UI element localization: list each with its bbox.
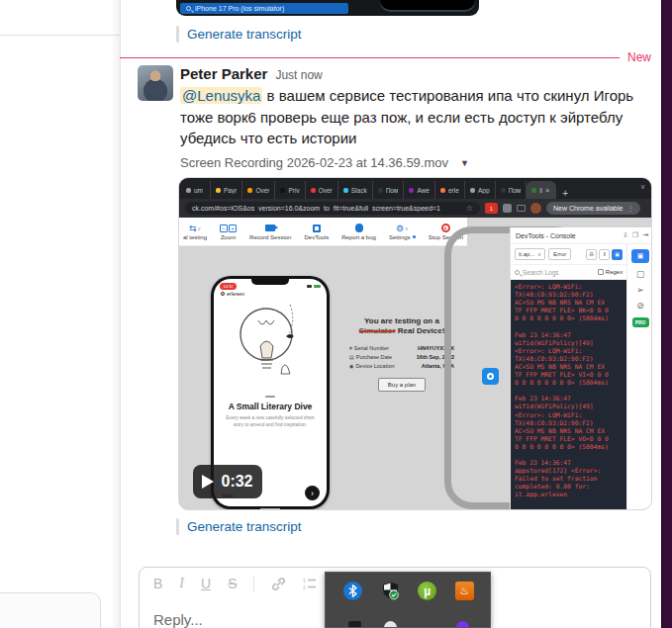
browser-tab[interactable]: App — [465, 181, 496, 199]
toolbar-label: al testing — [183, 234, 207, 240]
log-level-button[interactable]: Error — [548, 248, 571, 260]
strikethrough-button[interactable]: S — [228, 576, 237, 591]
underline-button[interactable]: U — [201, 576, 211, 591]
console-search-row: Search Logs Regex — [511, 264, 626, 280]
dock-window-icon[interactable]: ❐ — [632, 231, 638, 239]
toolbar-settings-button[interactable]: ⚙∨Settings — [389, 224, 416, 240]
regex-toggle[interactable]: Regex — [598, 269, 623, 275]
regex-checkbox[interactable] — [598, 269, 604, 275]
floating-debug-button[interactable] — [482, 368, 499, 385]
italic-button[interactable]: I — [179, 576, 184, 591]
ordered-list-icon[interactable]: 12 — [303, 577, 317, 590]
next-button[interactable]: › — [305, 486, 320, 500]
browser-tab[interactable]: Awe — [404, 181, 435, 199]
log-source-dropdown[interactable]: it.ap...∨ — [515, 248, 545, 260]
window-edge — [661, 0, 672, 628]
promo-headline-2-rest: Real Device! — [396, 326, 445, 335]
channel-divider-line — [0, 35, 120, 36]
browser-tab[interactable]: Over — [242, 181, 275, 199]
extensions-puzzle-icon[interactable] — [503, 204, 512, 213]
download-tray-icon[interactable] — [517, 205, 526, 212]
previous-video-thumbnail[interactable]: iPhone 17 Pro (ios simulator) — [176, 0, 479, 16]
real-device-promo: You are testing on a Simulator Real Devi… — [349, 316, 454, 392]
address-field[interactable]: ck.com/#os=iOS&os_version=16.0&zoom_to_f… — [185, 202, 480, 215]
user-mention[interactable]: @Lenusyka — [180, 87, 262, 104]
attachment-filename[interactable]: Screen Recording 2026-02-23 at 14.36.59.… — [180, 155, 448, 170]
new-tab-button[interactable]: + — [562, 188, 568, 199]
log-source-value: it.ap... — [519, 251, 534, 257]
scroll-lock-button[interactable]: ▣ — [612, 249, 623, 260]
tab-label: Пом — [509, 187, 522, 194]
toolbar-record-session-button[interactable]: Record Session — [249, 224, 291, 240]
browser-tab[interactable]: il× — [527, 181, 556, 199]
channel-composer-corner[interactable] — [0, 592, 101, 628]
buy-plan-button[interactable]: Buy a plan — [378, 378, 426, 392]
message-timestamp[interactable]: Just now — [275, 68, 322, 82]
attachment-caret-icon[interactable]: ▼ — [460, 158, 469, 168]
device-spec-table: #Serial NumberHN4YUYXXXX▤Purchase Date16… — [349, 343, 454, 370]
dock-download-icon[interactable]: ⇩ — [623, 231, 628, 239]
screenshot-tool-icon[interactable]: ▣ — [631, 249, 649, 263]
browser-tab[interactable]: Payr — [211, 181, 242, 199]
lightbulb-illustration — [231, 301, 310, 392]
browser-tab[interactable]: Priv — [275, 181, 305, 199]
video-attachment[interactable]: umPayrOverPrivOverSlackПомAweerleAppПомi… — [178, 177, 652, 510]
send-tool-icon[interactable]: ➢ — [636, 286, 644, 295]
browser-tab[interactable]: um — [181, 181, 211, 199]
toolbar-label: DevTools — [304, 234, 329, 240]
browser-profile-avatar[interactable] — [530, 203, 541, 214]
video-play-overlay[interactable]: 0:32 — [193, 465, 262, 498]
spec-icon: # — [349, 345, 352, 351]
console-search-input[interactable]: Search Logs — [523, 269, 595, 276]
browser-tab[interactable]: Пом — [373, 181, 405, 199]
wrap-toggle-button[interactable]: ⊟ — [586, 249, 597, 260]
tray-icon-partial[interactable] — [456, 621, 469, 628]
dock-side-icon[interactable]: ⇥ — [642, 231, 648, 239]
generate-transcript-link[interactable]: Generate transcript — [187, 519, 302, 534]
toolbar-report-a-bug-button[interactable]: Report a bug — [341, 224, 376, 240]
tray-second-row — [326, 621, 491, 628]
promo-headline-1: You are testing on a — [349, 316, 454, 326]
tray-icon-partial[interactable] — [384, 621, 397, 628]
tab-label: Over — [255, 187, 269, 194]
chrome-update-button[interactable]: New Chrome available ⋮ — [546, 202, 640, 215]
tab-favicon-icon — [378, 188, 383, 193]
page-indicator — [265, 396, 275, 398]
browser-menu-icon[interactable]: ⋮ — [626, 205, 633, 213]
tab-label: um — [194, 187, 203, 194]
spec-label: Serial Number — [354, 345, 389, 351]
bluetooth-icon[interactable] — [343, 582, 362, 600]
story-subtitle: Every week a new carefully selected shor… — [226, 415, 315, 428]
java-icon[interactable]: ♨ — [455, 582, 474, 600]
toolbar-local-testing-button[interactable]: ⇆∨al testing — [183, 224, 207, 240]
utorrent-icon[interactable]: µ — [418, 582, 436, 600]
browser-tab[interactable]: Slack — [338, 181, 373, 199]
toolbar-zoom-button[interactable]: −+Zoom — [220, 224, 237, 240]
tab-close-icon[interactable]: × — [545, 187, 549, 194]
pause-logs-button[interactable]: ‖ — [599, 249, 610, 260]
story-title: A Small Literary Dive — [214, 402, 327, 411]
toolbar-label: Report a bug — [341, 234, 376, 240]
frame-tool-icon[interactable]: ▢ — [636, 270, 645, 279]
new-messages-label: New — [627, 50, 651, 64]
bold-button[interactable]: B — [153, 576, 162, 591]
strikethrough-word: Simulator — [359, 326, 396, 335]
browser-tab[interactable]: Пом — [496, 181, 528, 199]
bookmark-star-icon[interactable]: ☆ — [466, 204, 473, 213]
browser-tab[interactable]: erle — [435, 181, 465, 199]
windows-defender-icon[interactable] — [381, 582, 400, 600]
notification-dot — [413, 235, 416, 238]
speed-tool-icon[interactable]: ⊘ — [636, 302, 644, 311]
console-log-output[interactable]: <Error>: LQM-WiFi: TX(48:C0:93:D2:90:F2)… — [511, 280, 626, 510]
tray-icon-partial[interactable] — [348, 621, 361, 628]
generate-transcript-link[interactable]: Generate transcript — [187, 27, 302, 42]
pro-badge: PRO — [632, 317, 649, 327]
avatar[interactable] — [138, 65, 173, 101]
reply-input[interactable]: Reply... — [153, 611, 203, 628]
link-icon[interactable] — [271, 577, 286, 591]
tab-favicon-icon — [216, 188, 221, 193]
toolbar-devtools-button[interactable]: DevTools — [304, 224, 329, 240]
browser-tab[interactable]: Over — [306, 181, 338, 199]
message-author[interactable]: Peter Parker — [180, 65, 267, 82]
error-extension-icon[interactable]: 1 — [485, 203, 498, 214]
